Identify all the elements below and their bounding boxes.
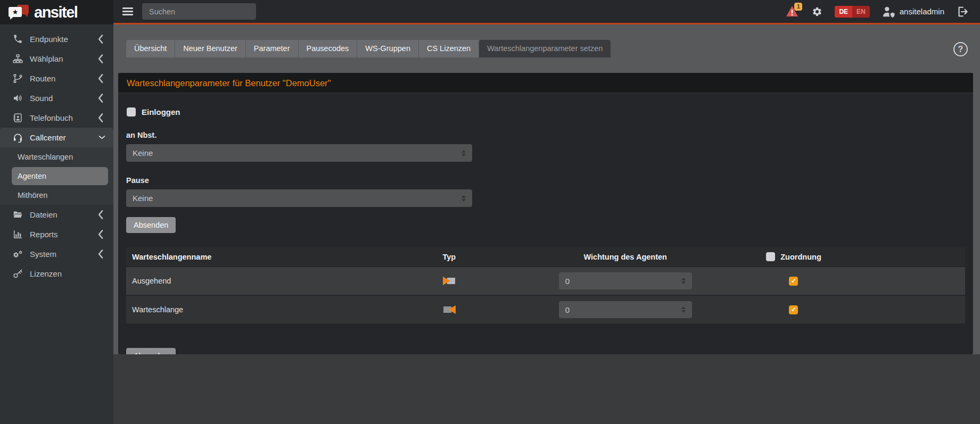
gear-icon [812,6,822,17]
sidebar-item-callcenter[interactable]: Callcenter [0,128,113,147]
sidebar-item-label: Wählplan [30,54,63,63]
sitemap-icon [13,54,23,64]
sidebar: Endpunkte Wählplan Routen [0,24,113,424]
queue-name: Ausgehend [126,267,403,295]
weight-select[interactable]: 0 [559,272,692,289]
chevron-left-icon [95,73,105,84]
username: ansiteladmin [900,7,944,16]
sidebar-item-sound[interactable]: Sound [0,88,113,108]
sidebar-item-label: Lizenzen [30,269,62,278]
sidebar-item-label: Routen [30,74,55,83]
lang-de-button[interactable]: DE [835,6,852,18]
sidebar-item-system[interactable]: System [0,244,113,264]
header-zuordnung: Zuordnung [755,247,965,267]
user-shield-icon [882,6,895,18]
tab-uebersicht[interactable]: Übersicht [126,40,175,57]
sidebar-item-endpunkte[interactable]: Endpunkte [0,29,113,49]
sidebar-subitem-agenten[interactable]: Agenten [12,167,108,185]
volume-icon [13,93,23,103]
check-icon: ✓ [791,277,796,285]
chevron-left-icon [95,210,105,220]
sidebar-subitem-mithoeren[interactable]: Mithören [0,186,113,205]
bar-chart-icon [13,229,23,239]
sidebar-item-label: Callcenter [30,133,66,142]
weight-select[interactable]: 0 [559,301,692,318]
header-wichtung: Wichtung des Agenten [495,247,755,267]
einloggen-checkbox[interactable] [127,107,136,117]
content-footer [113,354,980,424]
pause-label: Pause [126,176,965,185]
tab-pausecodes[interactable]: Pausecodes [299,40,358,57]
star-icon: ★ [12,8,19,16]
app-logo: ★ ansitel [0,0,113,24]
help-icon[interactable]: ? [953,42,968,56]
panel-title: Warteschlangenparameter für Benutzer "De… [118,73,973,93]
submit-button-top[interactable]: Absenden [126,217,176,233]
select-value: Keine [133,148,153,157]
assignment-checkbox[interactable]: ✓ [789,277,798,286]
tab-warteschlangenparameter-setzen[interactable]: Warteschlangenparameter setzen [479,40,611,57]
key-icon [13,269,23,279]
sidebar-group-callcenter: Callcenter Warteschlangen Agenten Mithör… [0,128,113,205]
sidebar-item-label: Sound [30,94,53,103]
logout-button[interactable] [957,6,968,18]
an-nbst-label: an Nbst. [126,131,965,139]
chevron-left-icon [95,54,105,64]
phone-icon [13,34,23,44]
brand-name: ansitel [34,4,77,21]
sidebar-item-routen[interactable]: Routen [0,69,113,88]
chevron-down-icon [98,135,105,140]
sidebar-item-dateien[interactable]: Dateien [0,205,113,225]
sidebar-item-label: Dateien [30,210,57,219]
tab-strip: Übersicht Neuer Benutzer Parameter Pause… [118,24,973,73]
address-book-icon [13,113,23,123]
topbar-main: 1 DE EN ansiteladmin [113,0,980,24]
topbar: ★ ansitel 1 DE EN [0,0,980,24]
tab-cs-lizenzen[interactable]: CS Lizenzen [419,40,479,57]
queue-parameters-panel: Warteschlangenparameter für Benutzer "De… [118,73,973,354]
tab-neuer-benutzer[interactable]: Neuer Benutzer [175,40,246,57]
settings-button[interactable] [812,6,822,17]
einloggen-label: Einloggen [142,107,180,117]
sidebar-item-label: Endpunkte [30,35,68,44]
pause-select[interactable]: Keine [126,189,472,207]
sidebar-subitem-warteschlangen[interactable]: Warteschlangen [0,147,113,167]
alerts-button[interactable]: 1 [786,5,800,18]
select-value: 0 [565,305,570,314]
route-branch-icon [13,73,23,84]
chevron-left-icon [95,113,105,123]
outbound-call-icon [442,277,457,286]
table-row: Warteschlange 0 [126,295,965,324]
user-menu[interactable]: ansiteladmin [882,6,944,18]
table-header-row: Warteschlangenname Typ Wichtung des Agen… [126,247,965,267]
sidebar-subitem-label: Agenten [18,172,46,180]
assignment-checkbox[interactable]: ✓ [789,305,798,314]
select-arrows-icon [681,306,686,313]
select-arrows-icon [681,278,686,284]
sidebar-item-telefonbuch[interactable]: Telefonbuch [0,108,113,128]
tab-parameter[interactable]: Parameter [246,40,299,57]
chevron-left-icon [95,229,105,239]
header-typ: Typ [403,247,495,267]
select-value: Keine [133,194,153,203]
sidebar-item-reports[interactable]: Reports [0,225,113,244]
header-warteschlangenname: Warteschlangenname [126,247,403,267]
search-input[interactable] [142,3,256,20]
lang-en-button[interactable]: EN [852,6,870,18]
brand-speech-bubbles-icon: ★ [9,4,30,21]
alert-count-badge: 1 [794,3,802,11]
select-value: 0 [565,277,570,286]
chevron-left-icon [95,249,105,259]
sidebar-item-lizenzen[interactable]: Lizenzen [0,264,113,284]
an-nbst-select[interactable]: Keine [126,144,472,162]
sidebar-item-label: Reports [30,230,58,239]
tab-ws-gruppen[interactable]: WS-Gruppen [357,40,419,57]
check-icon: ✓ [791,306,796,313]
main-content: Übersicht Neuer Benutzer Parameter Pause… [113,24,980,424]
queues-table: Warteschlangenname Typ Wichtung des Agen… [126,247,965,325]
select-arrows-icon [462,195,466,202]
sidebar-subitem-label: Mithören [18,191,47,199]
menu-toggle-icon[interactable] [122,7,133,15]
sidebar-item-waehlplan[interactable]: Wählplan [0,49,113,69]
select-all-checkbox[interactable] [766,252,775,261]
